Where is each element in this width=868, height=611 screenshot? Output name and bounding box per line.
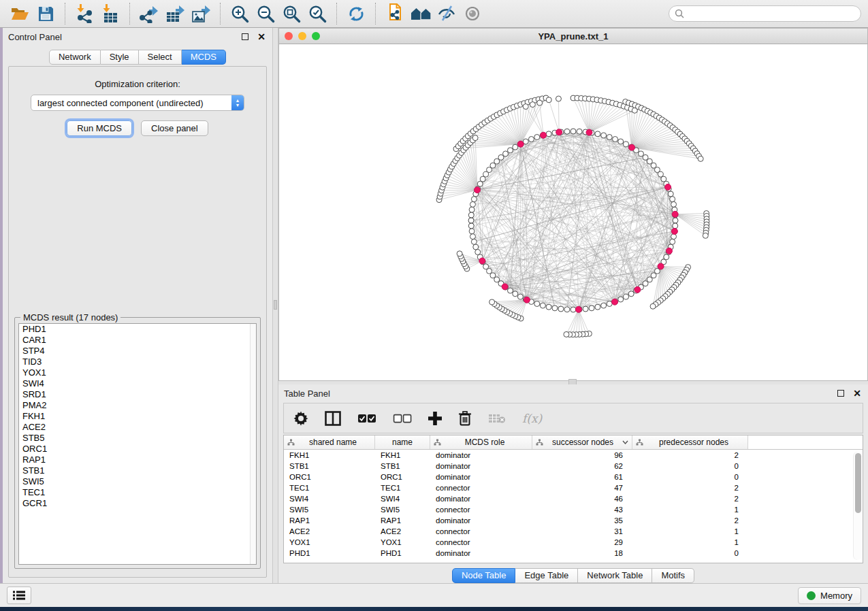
network-node[interactable] <box>583 306 588 312</box>
tab-cp-network[interactable]: Network <box>49 50 101 65</box>
table-cell[interactable]: dominator <box>430 450 532 461</box>
tab-tp-node-table[interactable]: Node Table <box>452 568 516 583</box>
mcds-result-item[interactable]: TID3 <box>19 357 256 367</box>
network-node[interactable] <box>613 137 618 142</box>
hide-panels-button[interactable] <box>434 1 460 26</box>
network-node[interactable] <box>528 137 534 142</box>
mcds-result-item[interactable]: RAP1 <box>19 455 256 465</box>
column-settings-button[interactable] <box>293 408 308 429</box>
network-node[interactable] <box>703 233 708 238</box>
zoom-selected-button[interactable] <box>304 1 330 26</box>
table-row[interactable]: FKH1FKH1dominator962 <box>284 450 863 461</box>
select-all-columns-button[interactable] <box>357 408 376 429</box>
mcds-result-scrollbar[interactable] <box>250 324 256 564</box>
optimization-criterion-select[interactable]: largest connected component (undirected)… <box>31 95 244 111</box>
network-node[interactable] <box>469 229 475 234</box>
tab-tp-motifs[interactable]: Motifs <box>652 568 694 583</box>
table-cell[interactable]: 62 <box>532 461 632 472</box>
table-cell[interactable]: 2 <box>632 515 748 526</box>
split-panel-button[interactable] <box>325 408 341 429</box>
open-session-button[interactable] <box>7 1 33 26</box>
table-cell[interactable]: YOX1 <box>375 537 430 548</box>
network-node[interactable] <box>668 191 673 197</box>
network-node[interactable] <box>618 297 624 302</box>
table-cell[interactable]: FKH1 <box>284 450 375 461</box>
table-cell[interactable]: STB1 <box>284 461 375 472</box>
mcds-result-item[interactable]: FKH1 <box>19 411 256 422</box>
network-node[interactable] <box>628 291 634 297</box>
network-hub-node[interactable] <box>634 286 641 293</box>
table-cell[interactable]: 2 <box>632 482 748 493</box>
network-hub-node[interactable] <box>475 187 481 193</box>
table-cell[interactable]: TEC1 <box>375 482 430 493</box>
network-node[interactable] <box>607 135 612 140</box>
mcds-result-item[interactable]: CAR1 <box>19 335 256 346</box>
table-cell[interactable]: TEC1 <box>284 482 375 493</box>
export-network-button[interactable] <box>136 1 162 26</box>
table-row[interactable]: SWI4SWI4dominator462 <box>284 493 863 504</box>
zoom-out-button[interactable] <box>253 1 278 26</box>
clone-network-button[interactable] <box>382 1 408 26</box>
table-cell[interactable]: dominator <box>430 493 532 504</box>
mcds-result-item[interactable]: PMA2 <box>19 400 256 411</box>
network-node[interactable] <box>595 304 600 310</box>
network-node[interactable] <box>537 100 543 105</box>
network-node[interactable] <box>471 239 477 244</box>
network-node[interactable] <box>643 281 648 286</box>
network-node[interactable] <box>698 156 703 161</box>
table-cell[interactable]: connector <box>430 526 532 537</box>
network-node[interactable] <box>638 151 643 156</box>
table-cell[interactable]: 47 <box>532 482 632 493</box>
table-row[interactable]: STB1STB1dominator620 <box>284 461 863 472</box>
table-cell[interactable]: dominator <box>430 472 532 482</box>
network-hub-node[interactable] <box>658 263 664 269</box>
table-cell[interactable]: ACE2 <box>375 526 430 537</box>
table-cell[interactable]: 1 <box>632 537 748 548</box>
export-table-button[interactable] <box>162 1 188 26</box>
table-cell[interactable]: connector <box>430 504 532 515</box>
network-node[interactable] <box>564 129 570 134</box>
network-node[interactable] <box>473 244 479 250</box>
network-node[interactable] <box>601 303 607 308</box>
network-hub-node[interactable] <box>575 306 581 312</box>
float-table-panel-button[interactable] <box>835 388 846 399</box>
table-cell[interactable]: SWI4 <box>375 493 430 504</box>
import-table-button[interactable] <box>97 1 123 26</box>
network-node[interactable] <box>618 139 624 144</box>
network-hub-node[interactable] <box>502 284 508 290</box>
table-cell[interactable]: 2 <box>632 450 748 461</box>
network-node[interactable] <box>671 234 677 240</box>
network-node[interactable] <box>489 299 495 305</box>
column-header-mcds-role[interactable]: MCDS role <box>430 435 532 449</box>
mcds-result-item[interactable]: STB1 <box>19 465 256 476</box>
network-node[interactable] <box>498 154 504 160</box>
network-node[interactable] <box>624 142 629 147</box>
table-cell[interactable]: PHD1 <box>375 548 430 559</box>
import-network-button[interactable] <box>71 1 97 26</box>
mcds-result-item[interactable]: GCR1 <box>19 498 256 509</box>
tab-tp-network-table[interactable]: Network Table <box>578 568 652 583</box>
network-node[interactable] <box>650 303 656 309</box>
network-hub-node[interactable] <box>672 211 678 217</box>
network-node[interactable] <box>475 249 481 254</box>
network-node[interactable] <box>530 102 535 108</box>
column-header-name[interactable]: name <box>375 435 430 449</box>
network-node[interactable] <box>468 218 474 223</box>
column-header-predecessor-nodes[interactable]: predecessor nodes <box>632 435 748 449</box>
table-cell[interactable]: ORC1 <box>284 472 375 482</box>
close-panel-button[interactable]: ✕ <box>256 31 267 42</box>
table-cell[interactable]: 29 <box>532 537 632 548</box>
network-node[interactable] <box>523 104 528 110</box>
table-cell[interactable]: 0 <box>632 461 748 472</box>
network-node[interactable] <box>503 151 509 156</box>
network-node[interactable] <box>558 306 564 312</box>
table-cell[interactable]: 2 <box>632 493 748 504</box>
float-panel-button[interactable] <box>240 31 251 42</box>
network-node[interactable] <box>577 129 582 134</box>
network-node[interactable] <box>513 144 518 150</box>
table-cell[interactable]: SWI4 <box>284 493 375 504</box>
table-cell[interactable]: ACE2 <box>284 526 375 537</box>
splitter-grip[interactable] <box>274 300 277 310</box>
apply-layout-button[interactable] <box>343 1 369 26</box>
table-cell[interactable]: dominator <box>430 548 532 559</box>
